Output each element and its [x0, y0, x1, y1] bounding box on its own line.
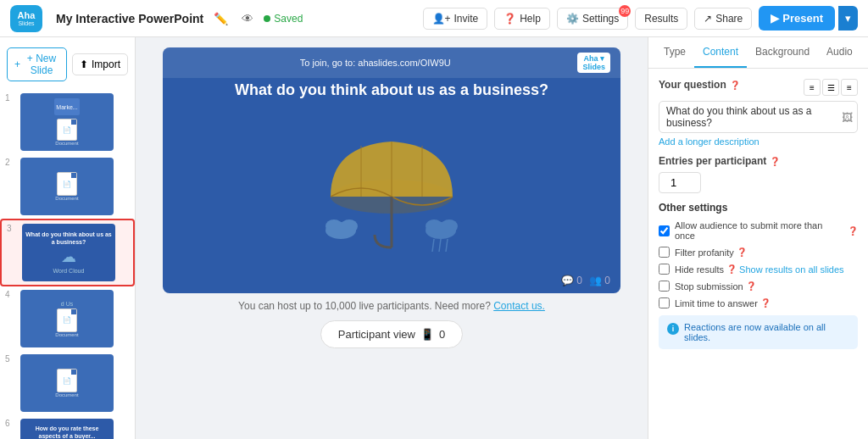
profanity-checkbox[interactable]	[659, 247, 670, 258]
tab-type[interactable]: Type	[655, 37, 694, 68]
reactions-text: Reactions are now available on all slide…	[684, 322, 849, 342]
svg-point-3	[326, 220, 342, 233]
question-input[interactable]: What do you think about us as a business…	[659, 101, 858, 133]
present-button[interactable]: ▶ Present	[759, 6, 835, 31]
setting-hide-row: Hide results ❓ Show results on all slide…	[659, 264, 858, 275]
slide-item-active[interactable]: 3 What do you think about us as a busine…	[0, 219, 135, 286]
slide-thumbnail: Marke... 📄 Document	[20, 93, 114, 151]
stop-label: Stop submission ❓	[675, 281, 756, 292]
tab-content[interactable]: Content	[694, 37, 747, 68]
host-note: You can host up to 10,000 live participa…	[238, 300, 545, 312]
setting-stop-row: Stop submission ❓	[659, 281, 858, 292]
info-icon: i	[667, 323, 679, 335]
doc-icon: 📄	[57, 119, 77, 141]
new-slide-button[interactable]: + + New Slide	[7, 47, 67, 81]
logo-sub: Slides	[18, 20, 34, 26]
tab-background[interactable]: Background	[747, 37, 818, 68]
allow-checkbox[interactable]	[659, 225, 670, 236]
question-field-label: Your question ❓	[659, 79, 740, 91]
slide-number: 4	[5, 290, 15, 299]
slide-question-text: How do you rate these aspects of a buyer…	[24, 425, 110, 439]
plus-icon: +	[14, 58, 20, 70]
svg-point-7	[441, 220, 458, 233]
slide-thumbnail: What do you think about us as a business…	[22, 224, 115, 281]
entries-input[interactable]	[659, 172, 701, 193]
slide-sub-label: Document	[55, 141, 78, 146]
present-label: Present	[782, 12, 823, 25]
settings-badge: 99	[619, 5, 631, 17]
share-button[interactable]: ↗ Share	[694, 8, 752, 30]
hide-checkbox[interactable]	[659, 264, 670, 275]
panel-body: Your question ❓ ≡ ☰ ≡ What do you think …	[648, 69, 868, 359]
import-button[interactable]: ⬆ Import	[72, 53, 128, 75]
svg-line-9	[439, 239, 441, 252]
preview-counters: 💬 0 👥 0	[561, 275, 610, 286]
play-icon: ▶	[771, 12, 779, 25]
settings-button[interactable]: ⚙️ Settings 99	[557, 8, 628, 30]
invite-icon: 👤+	[432, 13, 451, 25]
allow-help-icon[interactable]: ❓	[848, 226, 858, 236]
doc-icon: 📄	[57, 308, 77, 332]
center-area: To join, go to: ahaslides.com/OIW9U Aha …	[136, 37, 648, 439]
slide-item[interactable]: 1 Marke... 📄 Document	[0, 90, 135, 154]
chevron-down-icon: ▾	[845, 12, 851, 25]
gear-icon: ⚙️	[566, 13, 579, 25]
stop-help-icon[interactable]: ❓	[746, 281, 756, 291]
contact-link[interactable]: Contact us.	[493, 300, 545, 312]
hide-help-icon[interactable]: ❓	[726, 264, 737, 274]
slide-item[interactable]: 4 d Us 📄 Document	[0, 286, 135, 351]
mobile-icon: 📱	[420, 328, 434, 341]
join-url: To join, go to: ahaslides.com/OIW9U	[173, 58, 577, 68]
reactions-note: i Reactions are now available on all sli…	[659, 315, 858, 349]
slide-item[interactable]: 5 📄 Document	[0, 351, 135, 415]
add-description-link[interactable]: Add a longer description	[659, 136, 858, 147]
help-icon: ❓	[504, 13, 516, 25]
right-panel: Type Content Background Audio Your quest…	[648, 37, 868, 439]
slide-number: 3	[7, 224, 17, 233]
svg-point-4	[341, 220, 358, 233]
image-insert-icon[interactable]: 🖼	[842, 111, 853, 124]
question-input-wrap: What do you think about us as a business…	[659, 101, 858, 133]
logo-text: Aha	[18, 10, 36, 20]
preview-question: What do you think about us as a business…	[218, 81, 565, 99]
question-help-icon[interactable]: ❓	[730, 81, 740, 90]
align-center-icon[interactable]: ☰	[822, 79, 839, 96]
align-right-icon[interactable]: ≡	[841, 79, 858, 96]
preview-button[interactable]: 👁	[238, 10, 257, 27]
limit-help-icon[interactable]: ❓	[760, 298, 771, 308]
invite-label: Invite	[454, 13, 479, 25]
limit-checkbox[interactable]	[659, 297, 670, 308]
help-button[interactable]: ❓ Help	[494, 8, 550, 30]
upload-icon: ⬆	[80, 58, 88, 70]
tab-audio[interactable]: Audio	[818, 37, 861, 68]
top-navigation: Aha Slides My Interactive PowerPoint ✏️ …	[0, 0, 868, 37]
setting-limit-row: Limit time to answer ❓	[659, 297, 858, 308]
invite-button[interactable]: 👤+ Invite	[423, 8, 488, 30]
profanity-label: Filter profanity ❓	[675, 247, 747, 258]
slide-item[interactable]: 6 How do you rate these aspects of a buy…	[0, 415, 135, 439]
results-button[interactable]: Results	[635, 8, 687, 30]
slide-item[interactable]: 2 📄 Document	[0, 154, 135, 219]
profanity-help-icon[interactable]: ❓	[737, 247, 747, 257]
logo: Aha Slides	[10, 5, 42, 32]
participant-view-button[interactable]: Participant view 📱 0	[320, 320, 463, 348]
settings-label: Settings	[582, 13, 619, 25]
slide-question-text: What do you think about us as a business…	[25, 231, 112, 246]
participant-count: 👥 0	[589, 275, 610, 286]
import-label: Import	[92, 58, 120, 70]
message-count: 💬 0	[561, 275, 582, 286]
stop-checkbox[interactable]	[659, 281, 670, 292]
umbrella-svg	[315, 133, 468, 269]
slide-thumbnail: 📄 Document	[20, 158, 114, 215]
show-results-link[interactable]: Show results on all slides	[739, 264, 844, 275]
edit-title-button[interactable]: ✏️	[210, 10, 231, 27]
new-slide-label: + New Slide	[24, 53, 59, 76]
slide-number: 2	[5, 158, 15, 167]
present-dropdown-button[interactable]: ▾	[838, 6, 858, 31]
align-left-icon[interactable]: ≡	[804, 79, 821, 96]
entries-help-icon[interactable]: ❓	[770, 157, 780, 166]
preview-logo-badge: Aha ▾Slides	[577, 53, 610, 73]
slide-sub-label: Document	[55, 196, 78, 201]
svg-line-10	[446, 239, 448, 252]
allow-label: Allow audience to submit more than once …	[675, 220, 858, 241]
